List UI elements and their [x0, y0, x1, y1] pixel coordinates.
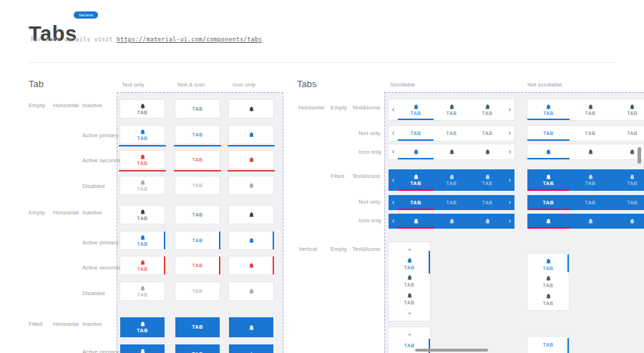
divider — [29, 62, 615, 63]
row-group-fill: Filled — [29, 321, 42, 327]
horizontal-scrollbar[interactable] — [415, 349, 488, 352]
row-variant-label: Text&Icons — [352, 173, 380, 179]
row-state-label: Active primary — [82, 132, 119, 139]
row-state-label: Inactive — [82, 102, 102, 109]
column-header: Text only — [122, 81, 145, 88]
row-group-fill: Empty — [331, 104, 347, 111]
column-header: Scrollable — [390, 81, 415, 88]
subtitle: For more details visit https://material-… — [31, 36, 262, 43]
row-group-fill: Empty — [29, 209, 45, 216]
row-state-label: Disabled — [82, 183, 104, 189]
row-variant-label: Icon only — [358, 217, 381, 224]
row-variant-label: Text only — [358, 130, 381, 136]
row-state-label: Disabled — [82, 290, 104, 297]
row-group-orientation: Horizontal — [53, 209, 79, 216]
row-group-orientation: Horizontal — [53, 321, 79, 327]
tab-section-title: Tab — [29, 79, 44, 89]
row-variant-label: Text&Icons — [352, 104, 380, 111]
row-variant-label: Text only — [358, 199, 381, 205]
row-group-orientation: Vertical — [298, 246, 317, 252]
variants-badge: Variants — [74, 11, 98, 19]
row-state-label: Active secondary — [82, 157, 126, 164]
vertical-scrollbar[interactable] — [638, 147, 641, 164]
column-header: Text & icon — [177, 81, 205, 88]
row-state-label: Inactive — [82, 209, 102, 216]
row-group-orientation: Horizontal — [298, 104, 324, 111]
row-state-label: Inactive — [82, 321, 102, 327]
row-group-fill: Empty — [29, 102, 45, 109]
row-variant-label: Text&Icons — [352, 246, 380, 252]
row-group-orientation: Horizontal — [53, 102, 79, 109]
tabs-matrix-container — [384, 92, 644, 353]
row-state-label: Active primary — [82, 349, 119, 353]
row-state-label: Active primary — [82, 239, 119, 246]
column-header: Icon only — [233, 81, 255, 88]
subtitle-text: For more details visit — [31, 36, 113, 43]
row-group-fill: Empty — [331, 246, 347, 252]
tab-matrix-container — [117, 92, 283, 353]
docs-link[interactable]: https://material-ui.com/components/tabs — [117, 36, 262, 43]
row-state-label: Active secondary — [82, 264, 126, 271]
column-header: Not scrollable — [527, 81, 562, 88]
row-variant-label: Icon only — [358, 149, 381, 155]
tabs-section-title: Tabs — [297, 79, 316, 89]
row-group-fill: Filled — [331, 173, 344, 179]
